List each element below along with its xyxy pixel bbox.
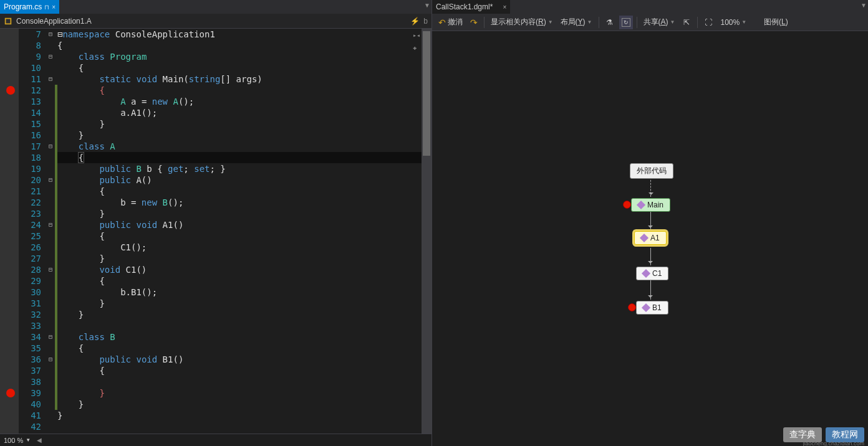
code-line[interactable]: a.A1(); [57,107,422,118]
code-line[interactable]: ⊟namespace ConsoleApplication1 [57,29,422,40]
tab-program-cs[interactable]: Program.cs ⊓ × [0,0,59,14]
code-line[interactable]: } [57,410,422,421]
code-line[interactable]: } [57,253,422,264]
graph-node-main[interactable]: Main [631,198,670,212]
code-editor[interactable]: 7891011121314151617181920212223242526272… [0,29,432,434]
legend-button[interactable]: 图例(L) [761,16,791,29]
code-line[interactable] [57,421,422,432]
vertical-scrollbar[interactable] [422,29,432,434]
fold-toggle [46,253,55,264]
node-label: 外部代码 [637,166,667,176]
code-line[interactable]: public void A1() [57,219,422,230]
fold-toggle[interactable]: ⊟ [46,174,55,186]
code-line[interactable]: class A [57,141,422,152]
graph-node-b1[interactable]: B1 [636,301,668,315]
layout-button[interactable]: 布局(Y) ▼ [558,16,595,29]
svg-rect-1 [6,19,11,23]
fold-toggle[interactable]: ⊟ [46,354,55,365]
zoom-level[interactable]: 100 % [4,437,23,444]
code-line[interactable]: } [57,387,422,399]
bolt-icon: ⚡ [410,17,420,26]
code-line[interactable]: public A() [57,174,422,186]
fold-gutter[interactable]: ⊟⊟⊟⊟⊟⊟⊟⊟⊟ [46,29,55,434]
code-line[interactable]: } [57,118,422,130]
code-line[interactable]: } [57,130,422,141]
line-number: 31 [19,298,41,309]
fit-icon: ⛶ [704,18,713,27]
fold-toggle [46,399,55,410]
redo-icon: ↷ [470,17,478,27]
code-line[interactable]: { [57,186,422,197]
breakpoint-icon[interactable] [6,389,15,397]
code-line[interactable]: void C1() [57,264,422,275]
tab-overflow-dropdown[interactable]: ▼ [424,2,430,9]
scrollbar-thumb[interactable] [423,31,430,156]
zoom-dropdown[interactable]: 100% ▼ [718,16,749,29]
fold-toggle[interactable]: ⊟ [46,331,55,343]
zoom-dropdown-icon[interactable]: ▼ [26,437,31,443]
refresh-button[interactable]: ↻ [619,16,633,29]
show-related-label: 显示相关内容(R) [491,17,546,27]
code-line[interactable]: b.B1(); [57,287,422,298]
code-line[interactable]: } [57,399,422,410]
hscroll-left-icon[interactable]: ◀ [37,437,42,444]
code-line[interactable]: A a = new A(); [57,96,422,107]
code-line[interactable]: { [57,152,422,163]
line-number: 13 [19,96,41,107]
fold-toggle[interactable]: ⊟ [46,74,55,85]
code-line[interactable]: { [57,365,422,376]
breakpoint-icon[interactable] [6,86,15,95]
code-line[interactable] [57,320,422,331]
breakpoint-gutter[interactable] [0,29,19,434]
code-area[interactable]: ⊟namespace ConsoleApplication1{ class Pr… [57,29,422,434]
fold-toggle [46,421,55,432]
show-related-button[interactable]: 显示相关内容(R) ▼ [488,16,556,29]
code-line[interactable]: { [57,343,422,354]
code-line[interactable]: public void B1() [57,354,422,365]
fold-toggle[interactable]: ⊟ [46,219,55,230]
pin-icon[interactable]: ⊓ [44,4,49,11]
code-line[interactable] [57,376,422,387]
code-line[interactable]: class Program [57,51,422,62]
graph-edge [650,177,651,197]
legend-label: 图例(L) [764,17,788,27]
filter-button[interactable]: ⚗ [603,16,617,29]
code-line[interactable]: { [57,40,422,51]
graph-node-a1[interactable]: A1 [634,231,667,245]
share-button[interactable]: 共享(A) ▼ [641,16,678,29]
fold-toggle [46,152,55,163]
close-icon[interactable]: × [503,4,506,11]
code-line[interactable]: { [57,275,422,287]
line-number: 30 [19,287,41,298]
code-line[interactable]: class B [57,331,422,343]
callstack-graph[interactable]: 外部代码MainA1C1B1 [432,31,868,446]
export-button[interactable]: ⇱ [680,16,693,29]
code-line[interactable]: } [57,298,422,309]
code-line[interactable]: static void Main(string[] args) [57,74,422,85]
redo-button[interactable]: ↷ [468,16,480,29]
fold-toggle[interactable]: ⊟ [46,29,55,40]
close-icon[interactable]: × [52,4,55,11]
graph-node-ext[interactable]: 外部代码 [630,163,673,179]
code-line[interactable]: C1(); [57,242,422,253]
tab-callstack-dgml[interactable]: CallStack1.dgml* × [432,0,510,14]
code-line[interactable]: } [57,309,422,320]
fold-toggle[interactable]: ⊟ [46,264,55,275]
editor-split-controls[interactable]: ▸◂✚ [413,29,420,54]
code-line[interactable]: { [57,230,422,242]
code-line[interactable]: { [57,62,422,74]
fit-button[interactable]: ⛶ [702,16,715,29]
fold-toggle[interactable]: ⊟ [46,141,55,152]
code-line[interactable]: } [57,208,422,219]
undo-button[interactable]: ↶ 撤消 [436,16,465,29]
code-line[interactable]: public B b { get; set; } [57,163,422,174]
line-number: 7 [19,29,41,40]
nav-class-dropdown[interactable]: ConsoleApplication1.A [16,17,92,26]
tab-overflow-dropdown[interactable]: ▼ [861,2,867,9]
chevron-down-icon: ▼ [741,19,746,25]
nav-member-dropdown[interactable]: b [423,17,428,26]
fold-toggle[interactable]: ⊟ [46,51,55,62]
graph-node-c1[interactable]: C1 [636,267,668,280]
code-line[interactable]: b = new B(); [57,197,422,208]
code-line[interactable]: { [57,85,422,96]
